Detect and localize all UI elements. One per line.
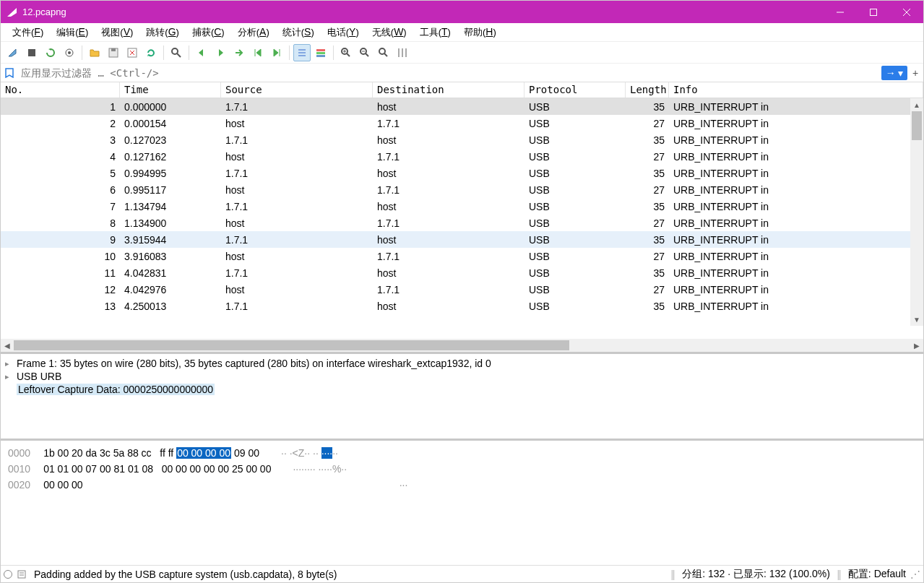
packet-row[interactable]: 124.042976host1.7.1USB27URB_INTERRUPT in (1, 281, 910, 298)
app-icon (7, 7, 18, 18)
menu-item[interactable]: 捕获(C) (186, 25, 230, 40)
zoom-in-icon[interactable] (337, 44, 355, 61)
status-profile[interactable]: 配置: Default (848, 568, 906, 581)
scroll-left-icon[interactable]: ◀ (1, 339, 14, 352)
separator (163, 46, 164, 60)
hex-row[interactable]: 002000 00 00··· (8, 477, 916, 493)
chevron-down-icon: ▾ (898, 67, 903, 79)
col-header-info[interactable]: Info (669, 82, 923, 98)
filter-apply-button[interactable]: → ▾ (881, 66, 907, 80)
packet-row[interactable]: 30.1270231.7.1hostUSB35URB_INTERRUPT in (1, 131, 910, 148)
save-icon[interactable] (105, 44, 122, 61)
arrow-right-icon: → (886, 67, 896, 79)
resize-grip-icon[interactable]: ⋰ (910, 569, 920, 580)
hex-row[interactable]: 00001b 00 20 da 3c 5a 88 cc ff ff 00 00 … (8, 445, 916, 461)
menu-item[interactable]: 电话(Y) (321, 25, 365, 40)
go-to-icon[interactable] (230, 44, 248, 61)
hex-offset: 0000 (8, 447, 30, 459)
shark-fin-icon[interactable] (4, 44, 22, 61)
packet-row[interactable]: 103.916083host1.7.1USB27URB_INTERRUPT in (1, 248, 910, 264)
hscroll-thumb[interactable] (14, 340, 569, 350)
detail-row[interactable]: ▸Frame 1: 35 bytes on wire (280 bits), 3… (5, 357, 919, 370)
go-back-icon[interactable] (193, 44, 210, 61)
svg-rect-19 (316, 55, 325, 57)
autoscroll-icon[interactable] (293, 44, 311, 61)
packet-row[interactable]: 40.127162host1.7.1USB27URB_INTERRUPT in (1, 148, 910, 165)
scroll-thumb[interactable] (912, 111, 922, 140)
filter-bar: → ▾ + (1, 64, 923, 82)
zoom-out-icon[interactable] (356, 44, 374, 61)
packet-details-pane[interactable]: ▸Frame 1: 35 bytes on wire (280 bits), 3… (1, 354, 923, 441)
expand-icon[interactable]: ▸ (5, 359, 12, 368)
zoom-reset-icon[interactable] (375, 44, 392, 61)
packet-row[interactable]: 81.134900host1.7.1USB27URB_INTERRUPT in (1, 215, 910, 231)
detail-text: Frame 1: 35 bytes on wire (280 bits), 35… (17, 358, 491, 369)
scroll-down-icon[interactable]: ▼ (910, 313, 923, 326)
vertical-scrollbar[interactable]: ▲ ▼ (910, 98, 923, 326)
options-icon[interactable] (61, 44, 78, 61)
go-first-icon[interactable] (249, 44, 267, 61)
col-header-no[interactable]: No. (1, 82, 120, 98)
col-header-destination[interactable]: Destination (373, 82, 524, 98)
menu-item[interactable]: 工具(T) (414, 25, 457, 40)
close-file-icon[interactable] (124, 44, 141, 61)
packet-row[interactable]: 20.000154host1.7.1USB27URB_INTERRUPT in (1, 115, 910, 131)
horizontal-scrollbar[interactable]: ◀ ▶ (1, 339, 923, 352)
detail-text: USB URB (17, 371, 61, 382)
bookmark-icon[interactable] (2, 66, 17, 80)
packet-list-body[interactable]: 10.0000001.7.1hostUSB35URB_INTERRUPT in2… (1, 98, 923, 339)
col-header-source[interactable]: Source (221, 82, 373, 98)
packet-row[interactable]: 50.9949951.7.1hostUSB35URB_INTERRUPT in (1, 165, 910, 181)
packet-bytes-pane[interactable]: 00001b 00 20 da 3c 5a 88 cc ff ff 00 00 … (1, 441, 923, 565)
minimize-button[interactable] (824, 1, 857, 23)
col-header-time[interactable]: Time (120, 82, 221, 98)
maximize-button[interactable] (857, 1, 890, 23)
detail-text: Leftover Capture Data: 0000250000000000 (17, 384, 215, 395)
expert-info-icon[interactable] (4, 570, 12, 579)
stop-icon[interactable] (23, 44, 40, 61)
detail-row[interactable]: ▸USB URB (5, 370, 919, 383)
toolbar (1, 42, 923, 64)
svg-rect-8 (111, 48, 116, 51)
packet-row[interactable]: 134.2500131.7.1hostUSB35URB_INTERRUPT in (1, 298, 910, 314)
menu-item[interactable]: 无线(W) (366, 25, 413, 40)
close-button[interactable] (890, 1, 923, 23)
svg-rect-18 (316, 52, 325, 54)
menu-item[interactable]: 文件(F) (7, 25, 49, 40)
menubar: 文件(F)编辑(E)视图(V)跳转(G)捕获(C)分析(A)统计(S)电话(Y)… (1, 23, 923, 42)
scroll-up-icon[interactable]: ▲ (910, 98, 923, 111)
restart-icon[interactable] (42, 44, 59, 61)
open-icon[interactable] (86, 44, 103, 61)
hex-ascii: ········ ·····%·· (293, 463, 347, 475)
packet-row[interactable]: 93.9159441.7.1hostUSB35URB_INTERRUPT in (1, 231, 910, 248)
expand-icon[interactable]: ▸ (5, 372, 12, 381)
detail-row[interactable]: Leftover Capture Data: 0000250000000000 (5, 383, 919, 396)
menu-item[interactable]: 统计(S) (277, 25, 320, 40)
capture-file-icon[interactable] (17, 569, 27, 579)
go-last-icon[interactable] (268, 44, 285, 61)
packet-row[interactable]: 10.0000001.7.1hostUSB35URB_INTERRUPT in (1, 98, 910, 115)
menu-item[interactable]: 帮助(H) (458, 25, 502, 40)
go-forward-icon[interactable] (212, 44, 229, 61)
packet-row[interactable]: 71.1347941.7.1hostUSB35URB_INTERRUPT in (1, 198, 910, 215)
menu-item[interactable]: 分析(A) (232, 25, 275, 40)
reload-icon[interactable] (142, 44, 160, 61)
resize-columns-icon[interactable] (394, 44, 411, 61)
menu-item[interactable]: 跳转(G) (140, 25, 185, 40)
add-filter-button[interactable]: + (909, 67, 922, 79)
svg-line-13 (177, 53, 181, 57)
hex-row[interactable]: 001001 01 00 07 00 81 01 08 00 00 00 00 … (8, 461, 916, 477)
packet-row[interactable]: 114.0428311.7.1hostUSB35URB_INTERRUPT in (1, 264, 910, 281)
colorize-icon[interactable] (312, 44, 329, 61)
display-filter-input[interactable] (17, 65, 881, 81)
scroll-right-icon[interactable]: ▶ (910, 339, 923, 352)
col-header-protocol[interactable]: Protocol (524, 82, 626, 98)
svg-rect-4 (28, 49, 35, 56)
separator (82, 46, 82, 60)
menu-item[interactable]: 视图(V) (95, 25, 139, 40)
find-icon[interactable] (168, 44, 185, 61)
menu-item[interactable]: 编辑(E) (51, 25, 94, 40)
packet-row[interactable]: 60.995117host1.7.1USB27URB_INTERRUPT in (1, 181, 910, 198)
col-header-length[interactable]: Length (626, 82, 669, 98)
svg-line-21 (347, 53, 350, 56)
